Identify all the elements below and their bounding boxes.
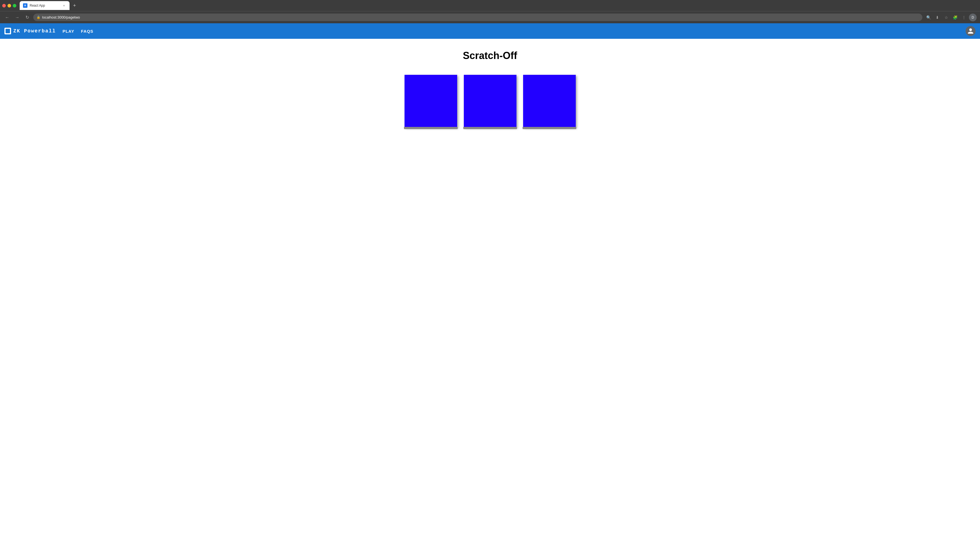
navbar-left: ZK Powerball PLAY FAQS — [5, 28, 93, 34]
lock-icon: 🔒 — [37, 15, 40, 19]
forward-arrow-icon: → — [15, 15, 19, 20]
brand-icon-inner — [5, 29, 10, 33]
active-tab[interactable]: R React App × — [20, 1, 70, 10]
close-window-button[interactable] — [2, 4, 6, 7]
tab-bar: R React App × + — [0, 0, 980, 11]
maximize-window-button[interactable] — [13, 4, 17, 7]
nav-link-faqs[interactable]: FAQS — [81, 29, 93, 33]
bookmark-button[interactable]: ☆ — [942, 13, 950, 21]
scratch-cards-container — [404, 75, 576, 127]
scratch-card-1[interactable] — [404, 75, 457, 127]
more-button[interactable]: ⋮ — [960, 13, 968, 21]
tab-close-button[interactable]: × — [62, 3, 66, 8]
search-button[interactable]: 🔍 — [925, 13, 932, 21]
navbar-right — [966, 26, 975, 36]
reload-icon: ↻ — [25, 15, 29, 20]
extensions-icon: 🧩 — [953, 15, 958, 20]
forward-button[interactable]: → — [13, 13, 21, 21]
nav-link-play[interactable]: PLAY — [63, 29, 75, 33]
scratch-card-3[interactable] — [523, 75, 576, 127]
tab-favicon: R — [23, 3, 27, 8]
tab-title: React App — [30, 3, 60, 7]
search-icon: 🔍 — [926, 15, 931, 20]
page-title: Scratch-Off — [463, 50, 517, 62]
address-bar[interactable]: 🔒 localhost:3000/pagetwo — [33, 13, 922, 21]
scratch-card-2[interactable] — [464, 75, 516, 127]
new-tab-button[interactable]: + — [71, 2, 78, 9]
extensions-button[interactable]: 🧩 — [951, 13, 959, 21]
profile-initial: D — [972, 15, 974, 19]
bookmark-icon: ☆ — [945, 15, 948, 20]
user-icon — [967, 28, 974, 34]
browser-chrome: R React App × + ← → ↻ 🔒 localhost:3000/p… — [0, 0, 980, 23]
downloads-icon: ⬇ — [936, 15, 939, 20]
toolbar-icons: 🔍 ⬇ ☆ 🧩 ⋮ D — [925, 13, 977, 21]
navbar-links: PLAY FAQS — [63, 29, 93, 33]
brand-name: ZK Powerball — [13, 28, 56, 34]
brand-icon — [5, 28, 11, 34]
profile-button[interactable]: D — [969, 13, 977, 21]
window-controls — [2, 4, 17, 7]
app-navbar: ZK Powerball PLAY FAQS — [0, 23, 980, 39]
back-arrow-icon: ← — [5, 15, 10, 20]
reload-button[interactable]: ↻ — [23, 13, 31, 21]
minimize-window-button[interactable] — [7, 4, 11, 7]
downloads-button[interactable]: ⬇ — [933, 13, 941, 21]
browser-toolbar: ← → ↻ 🔒 localhost:3000/pagetwo 🔍 ⬇ ☆ 🧩 — [0, 11, 980, 23]
navbar-brand: ZK Powerball — [5, 28, 56, 34]
user-avatar[interactable] — [966, 26, 975, 36]
more-icon: ⋮ — [962, 15, 966, 20]
main-content: Scratch-Off — [0, 39, 980, 138]
back-button[interactable]: ← — [3, 13, 11, 21]
url-text: localhost:3000/pagetwo — [42, 15, 80, 19]
